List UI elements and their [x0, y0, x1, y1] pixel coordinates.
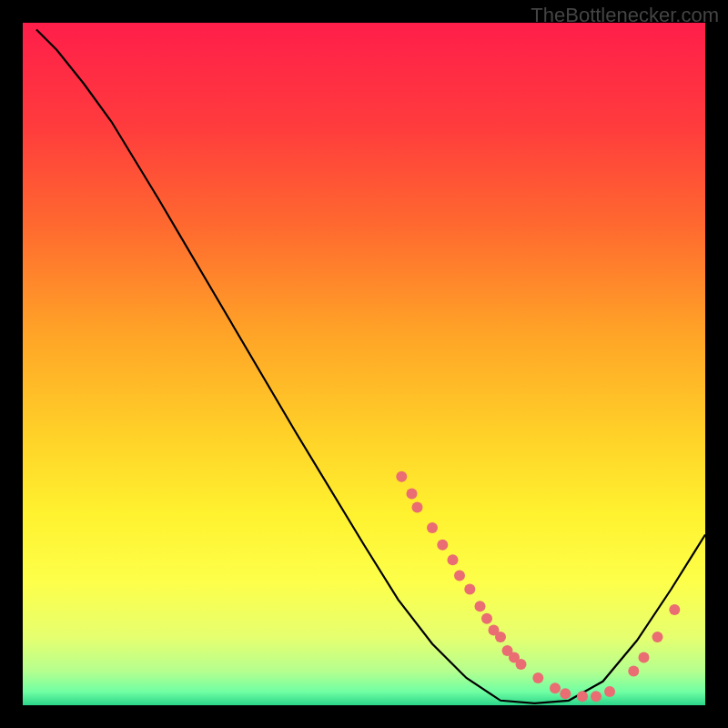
data-marker	[516, 659, 527, 670]
data-markers	[396, 471, 680, 703]
data-marker	[560, 688, 571, 699]
data-marker	[577, 691, 588, 702]
data-marker	[604, 686, 615, 697]
data-marker	[454, 571, 465, 581]
watermark-text: TheBottlenecker.com	[531, 4, 719, 27]
plot-area	[23, 23, 705, 705]
data-marker	[464, 584, 475, 595]
bottleneck-curve	[36, 30, 705, 703]
data-marker	[412, 502, 423, 513]
data-marker	[532, 672, 543, 683]
data-marker	[448, 554, 459, 565]
chart-container: TheBottlenecker.com	[0, 0, 728, 728]
data-marker	[669, 604, 680, 615]
data-marker	[475, 601, 486, 612]
data-marker	[407, 489, 418, 500]
data-marker	[628, 666, 639, 677]
data-marker	[550, 682, 561, 693]
data-marker	[437, 540, 448, 551]
data-marker	[396, 471, 407, 482]
curve-layer	[23, 23, 705, 705]
data-marker	[639, 652, 650, 663]
data-marker	[427, 522, 438, 533]
data-marker	[652, 632, 663, 642]
data-marker	[591, 691, 602, 702]
data-marker	[481, 613, 492, 624]
data-marker	[495, 632, 506, 642]
